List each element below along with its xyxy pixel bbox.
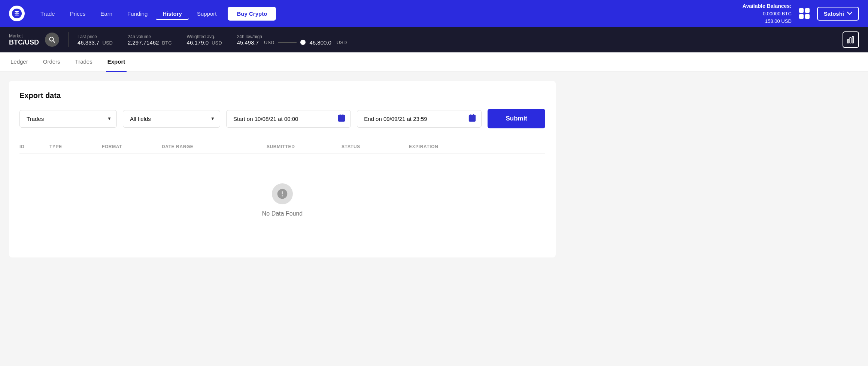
col-expiration: EXPIRATION	[409, 144, 484, 149]
low-value: 45,498.7	[237, 39, 259, 46]
weighted-value: 46,179.0	[187, 39, 209, 46]
col-type: TYPE	[49, 144, 102, 149]
user-menu-button[interactable]: Satoshi	[817, 7, 859, 21]
col-format: FORMAT	[102, 144, 162, 149]
last-price-stat: Last price 46,333.7 USD	[78, 34, 113, 46]
nav-funding[interactable]: Funding	[121, 7, 154, 20]
col-date-range: DATE RANGE	[162, 144, 267, 149]
end-date-wrapper	[357, 110, 482, 128]
svg-rect-4	[850, 38, 851, 43]
volume-value: 2,297.71462	[128, 39, 159, 46]
sub-navigation: Ledger Orders Trades Export	[0, 52, 868, 72]
start-date-input[interactable]	[226, 110, 351, 128]
market-pair: BTC/USD	[9, 39, 39, 46]
table-header: ID TYPE FORMAT DATE RANGE SUBMITTED STAT…	[19, 140, 545, 153]
svg-line-2	[53, 40, 55, 42]
user-label: Satoshi	[824, 10, 844, 17]
tab-export[interactable]: Export	[106, 52, 127, 72]
export-title: Export data	[19, 91, 545, 100]
market-search-button[interactable]	[45, 33, 59, 47]
no-data-icon	[272, 183, 293, 204]
no-data-text: No Data Found	[262, 210, 303, 217]
last-price-value: 46,333.7	[78, 39, 99, 46]
no-data-container: No Data Found	[19, 153, 545, 247]
nav-trade[interactable]: Trade	[34, 7, 62, 20]
market-bar: Market BTC/USD Last price 46,333.7 USD 2…	[0, 27, 868, 52]
tab-orders[interactable]: Orders	[42, 52, 62, 72]
logo[interactable]	[9, 6, 25, 21]
nav-support[interactable]: Support	[190, 7, 224, 20]
col-status: STATUS	[342, 144, 409, 149]
chart-button[interactable]	[843, 31, 859, 48]
low-unit: USD	[264, 40, 274, 45]
nav-earn[interactable]: Earn	[94, 7, 119, 20]
market-divider	[68, 32, 69, 47]
weighted-avg-stat: Weighted avg. 46,179.0 USD	[187, 34, 222, 46]
svg-rect-3	[847, 40, 849, 43]
nav-right: Available Balances: 0.00000 BTC 158.00 U…	[743, 2, 859, 25]
btc-balance: 0.00000 BTC	[743, 10, 792, 18]
main-content: Export data Trades Orders Ledger ▼ All f…	[0, 72, 868, 366]
end-date-input[interactable]	[357, 110, 482, 128]
high-value: 46,800.0	[309, 39, 331, 46]
format-select[interactable]: All fields CSV JSON	[123, 110, 220, 128]
submit-button[interactable]: Submit	[488, 109, 545, 128]
volume-unit: BTC	[162, 40, 172, 46]
market-name: Market BTC/USD	[9, 33, 39, 46]
svg-rect-5	[852, 37, 854, 43]
nav-prices[interactable]: Prices	[63, 7, 92, 20]
end-calendar-icon[interactable]	[468, 114, 476, 123]
start-calendar-icon[interactable]	[337, 114, 346, 123]
col-submitted: SUBMITTED	[267, 144, 342, 149]
type-select[interactable]: Trades Orders Ledger	[19, 110, 117, 128]
col-id: ID	[19, 144, 49, 149]
start-date-wrapper	[226, 110, 351, 128]
lowhigh-line	[278, 42, 297, 43]
grid-view-icon[interactable]	[798, 7, 811, 20]
usd-balance: 158.00 USD	[743, 18, 792, 25]
export-card: Export data Trades Orders Ledger ▼ All f…	[9, 81, 556, 257]
export-controls: Trades Orders Ledger ▼ All fields CSV JS…	[19, 109, 545, 128]
volume-stat: 24h volume 2,297.71462 BTC	[128, 34, 172, 46]
nav-history[interactable]: History	[156, 7, 189, 20]
buy-crypto-button[interactable]: Buy Crypto	[228, 7, 276, 21]
tab-ledger[interactable]: Ledger	[9, 52, 30, 72]
lowhigh-stat: 24h low/high 45,498.7 USD 46,800.0 USD	[237, 34, 347, 46]
tab-trades[interactable]: Trades	[74, 52, 94, 72]
nav-links: Trade Prices Earn Funding History Suppor…	[34, 7, 740, 21]
top-navigation: Trade Prices Earn Funding History Suppor…	[0, 0, 868, 27]
market-info: Market BTC/USD	[9, 33, 59, 47]
available-balances: Available Balances: 0.00000 BTC 158.00 U…	[743, 2, 792, 25]
svg-point-1	[49, 37, 54, 41]
lowhigh-dot	[300, 40, 306, 45]
weighted-unit: USD	[212, 40, 222, 46]
high-unit: USD	[337, 40, 347, 45]
export-table: ID TYPE FORMAT DATE RANGE SUBMITTED STAT…	[19, 140, 545, 247]
format-select-wrapper: All fields CSV JSON ▼	[123, 110, 220, 128]
type-select-wrapper: Trades Orders Ledger ▼	[19, 110, 117, 128]
last-price-unit: USD	[103, 40, 113, 46]
